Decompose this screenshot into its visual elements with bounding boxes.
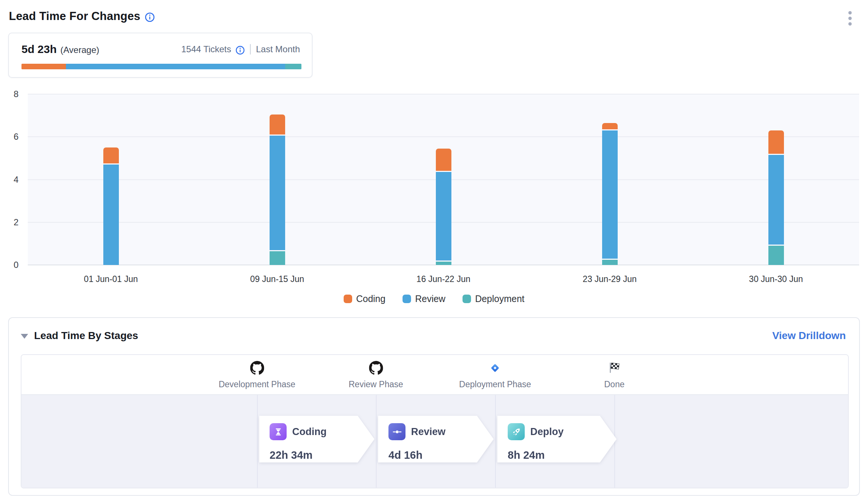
- stages-header: Lead Time By Stages View Drilldown: [21, 330, 846, 342]
- x-axis-tick-label: 23 Jun-29 Jun: [554, 274, 665, 284]
- y-axis-tick-label: 6: [3, 131, 19, 143]
- x-axis-tick-label: 09 Jun-15 Jun: [222, 274, 333, 284]
- bar-segment-deployment-3[interactable]: [602, 260, 618, 265]
- jira-diamond-icon: [459, 361, 531, 376]
- x-axis-tick-label: 30 Jun-30 Jun: [721, 274, 832, 284]
- bar-segment-deployment-1[interactable]: [270, 251, 285, 265]
- legend-item-review[interactable]: Review: [403, 293, 445, 304]
- github-icon: [348, 361, 403, 376]
- page-header: Lead Time For Changes: [9, 10, 155, 23]
- stage-card-title: Deploy: [530, 426, 564, 438]
- stage-card-title: Review: [411, 426, 445, 438]
- bar-segment-review-3[interactable]: [602, 130, 618, 259]
- stage-card-review[interactable]: Review 4d 16h: [378, 416, 494, 462]
- chart-legend: CodingReviewDeployment: [0, 293, 868, 304]
- legend-label: Coding: [356, 293, 385, 304]
- stages-table-body: Coding 22h 34m: [21, 395, 848, 488]
- y-axis-tick-label: 2: [3, 216, 19, 228]
- stage-card-coding[interactable]: Coding 22h 34m: [259, 416, 374, 462]
- bar-segment-coding-3[interactable]: [602, 123, 618, 129]
- bar-segment-deployment-2[interactable]: [436, 262, 451, 265]
- y-axis-tick-label: 8: [3, 88, 19, 100]
- phase-label: Done: [604, 379, 625, 389]
- y-axis-tick-label: 4: [3, 174, 19, 186]
- bar-segment-review-0[interactable]: [103, 165, 119, 265]
- lead-time-distribution-bar: [21, 64, 301, 69]
- stage-card-deploy[interactable]: Deploy 8h 24m: [497, 416, 617, 462]
- git-commit-icon: [388, 423, 405, 440]
- github-icon: [218, 361, 295, 376]
- x-axis-tick-label: 01 Jun-01 Jun: [56, 274, 167, 284]
- lead-time-for-changes-page: Lead Time For Changes 5d 23h (Average) 1…: [0, 0, 868, 501]
- rocket-icon: [508, 423, 525, 440]
- period-label: Last Month: [256, 44, 300, 54]
- y-axis-tick-label: 0: [3, 259, 19, 271]
- tickets-info-icon[interactable]: [236, 46, 245, 55]
- bar-segment-review-1[interactable]: [270, 136, 285, 250]
- distribution-segment-deployment: [285, 64, 301, 69]
- gridline: [28, 94, 859, 94]
- checkered-flag-icon: [604, 361, 625, 376]
- info-icon[interactable]: [145, 12, 155, 22]
- summary-card: 5d 23h (Average) 1544 Tickets Last Month: [8, 33, 313, 78]
- tickets-count: 1544 Tickets: [181, 44, 231, 54]
- stage-card-title: Coding: [292, 426, 327, 438]
- stage-card-duration: 22h 34m: [270, 449, 374, 461]
- phase-label: Deployment Phase: [459, 379, 531, 389]
- phase-done: Done: [604, 361, 625, 389]
- average-lead-time-value: 5d 23h: [21, 43, 57, 56]
- stages-table: Development Phase Review Phase: [21, 354, 849, 488]
- phase-label: Development Phase: [218, 379, 295, 389]
- view-drilldown-link[interactable]: View Drilldown: [772, 330, 846, 342]
- bar-segment-deployment-4[interactable]: [768, 246, 784, 265]
- phase-review: Review Phase: [348, 361, 403, 389]
- stage-card-duration: 8h 24m: [508, 449, 617, 461]
- phase-deployment: Deployment Phase: [459, 361, 531, 389]
- bar-segment-review-2[interactable]: [436, 172, 451, 261]
- page-title: Lead Time For Changes: [9, 10, 140, 23]
- gridline: [28, 136, 859, 137]
- stages-collapse-toggle[interactable]: Lead Time By Stages: [21, 330, 138, 342]
- column-divider: [376, 395, 377, 488]
- legend-swatch: [403, 295, 411, 303]
- legend-label: Deployment: [475, 293, 524, 304]
- hourglass-icon: [270, 423, 287, 440]
- column-divider: [257, 395, 258, 488]
- stages-title: Lead Time By Stages: [34, 330, 138, 342]
- bar-segment-coding-1[interactable]: [270, 115, 285, 135]
- separator-pipe: [250, 44, 251, 54]
- lead-time-by-stages-panel: Lead Time By Stages View Drilldown Devel…: [8, 317, 860, 496]
- stage-card-duration: 4d 16h: [388, 449, 494, 461]
- bar-segment-coding-4[interactable]: [768, 130, 784, 154]
- legend-item-deployment[interactable]: Deployment: [463, 293, 524, 304]
- legend-label: Review: [415, 293, 445, 304]
- distribution-segment-review: [66, 64, 285, 69]
- bar-segment-coding-2[interactable]: [436, 149, 451, 171]
- average-label: (Average): [60, 45, 99, 55]
- kebab-menu-icon[interactable]: [845, 9, 855, 28]
- legend-item-coding[interactable]: Coding: [344, 293, 385, 304]
- phase-label: Review Phase: [348, 379, 403, 389]
- stages-table-header: Development Phase Review Phase: [21, 355, 848, 395]
- phase-development: Development Phase: [218, 361, 295, 389]
- column-divider: [495, 395, 496, 488]
- distribution-segment-coding: [21, 64, 66, 69]
- chevron-down-icon[interactable]: [21, 334, 28, 339]
- legend-swatch: [463, 295, 471, 303]
- legend-swatch: [344, 295, 352, 303]
- x-axis-tick-label: 16 Jun-22 Jun: [388, 274, 499, 284]
- bar-segment-coding-0[interactable]: [103, 147, 119, 163]
- bar-segment-review-4[interactable]: [768, 155, 784, 245]
